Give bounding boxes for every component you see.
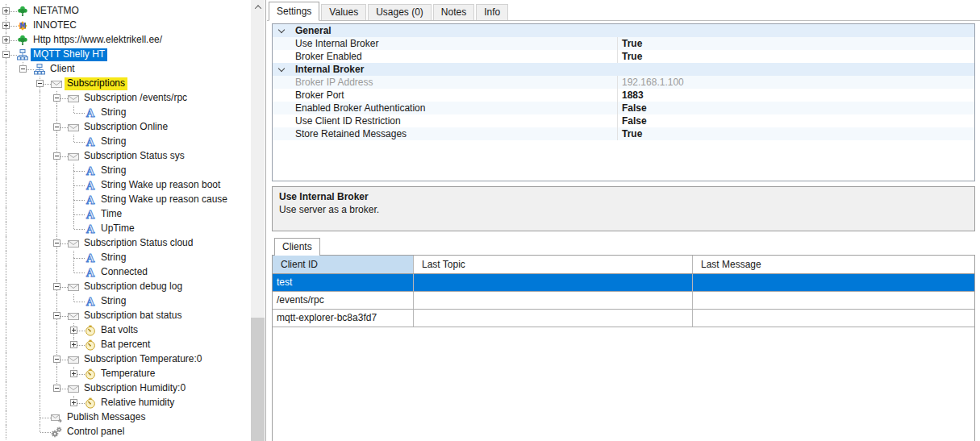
collapse-icon[interactable]	[53, 152, 60, 160]
client-id-cell[interactable]: test	[273, 274, 414, 291]
client-row[interactable]: test	[273, 274, 974, 292]
property-category[interactable]: General	[273, 24, 974, 37]
tree-scrollbar[interactable]	[251, 0, 265, 441]
column-header-last-topic[interactable]: Last Topic	[414, 256, 693, 273]
tab-notes[interactable]: Notes	[433, 4, 474, 20]
tree-node[interactable]: NETATMO	[0, 4, 251, 19]
client-id-cell[interactable]: /events/rpc	[273, 292, 414, 309]
collapse-icon[interactable]	[2, 51, 10, 58]
tree-node-label[interactable]: UpTime	[98, 223, 137, 235]
collapse-icon[interactable]	[53, 94, 60, 102]
tree-node[interactable]: Temperature	[0, 367, 251, 381]
tree-node[interactable]: AString Wake up reason cause	[0, 193, 251, 207]
tab-clients[interactable]: Clients	[274, 238, 320, 256]
tree-node[interactable]: Subscription Humidity:0	[0, 381, 251, 396]
property-value[interactable]: True	[618, 37, 974, 50]
tree-node-label[interactable]: Connected	[98, 266, 150, 279]
tree-node-label[interactable]: Client	[48, 63, 77, 76]
property-row[interactable]: Broker EnabledTrue	[273, 50, 974, 63]
tree-node-label[interactable]: String	[98, 252, 128, 264]
last-message-cell[interactable]	[693, 274, 974, 291]
tree-node[interactable]: AString	[0, 164, 251, 178]
tree-node-label[interactable]: INNOTEC	[31, 19, 79, 32]
tree-node-label[interactable]: Subscription Humidity:0	[81, 382, 188, 395]
property-row[interactable]: Use Internal BrokerTrue	[273, 37, 974, 50]
tree-node[interactable]: Subscription bat status	[0, 309, 251, 323]
tree-node[interactable]: Bat volts	[0, 323, 251, 338]
tree-node[interactable]: AString	[0, 106, 251, 120]
collapse-icon[interactable]	[53, 312, 60, 319]
property-value[interactable]: False	[618, 114, 974, 127]
tree-node-label[interactable]: String	[98, 295, 128, 308]
tree-node[interactable]: Publish Messages	[0, 410, 251, 425]
chevron-down-icon[interactable]	[278, 27, 285, 33]
tree-node-label[interactable]: Subscription Temperature:0	[81, 353, 205, 366]
tree-node[interactable]: ATime	[0, 207, 251, 222]
tree-node[interactable]: Control panel	[0, 425, 251, 439]
tree-node[interactable]: AString	[0, 135, 251, 149]
last-message-cell[interactable]	[693, 310, 974, 327]
tree-node-label[interactable]: Temperature	[98, 368, 157, 381]
tree-node[interactable]: Subscriptions	[0, 77, 251, 91]
tree-node-label[interactable]: String	[98, 135, 128, 148]
expand-icon[interactable]	[70, 370, 77, 377]
property-row[interactable]: Broker Port1883	[273, 89, 974, 102]
collapse-icon[interactable]	[53, 123, 60, 131]
tree-node-label[interactable]: MQTT Shelly HT	[31, 48, 107, 61]
last-topic-cell[interactable]	[414, 310, 693, 327]
property-row[interactable]: Use Client ID RestrictionFalse	[273, 114, 974, 127]
property-row[interactable]: Store Retained MessagesTrue	[273, 127, 974, 140]
tree-node-label[interactable]: Subscription Online	[81, 121, 170, 134]
expand-icon[interactable]	[2, 7, 10, 15]
collapse-icon[interactable]	[36, 80, 44, 87]
last-topic-cell[interactable]	[414, 292, 693, 309]
property-row[interactable]: Broker IP Address192.168.1.100	[273, 76, 974, 89]
client-row[interactable]: /events/rpc	[273, 292, 974, 310]
scroll-up-button[interactable]	[251, 0, 265, 14]
tree-node-label[interactable]: String Wake up reason cause	[98, 193, 230, 206]
chevron-down-icon[interactable]	[278, 65, 285, 72]
tree-node-label[interactable]: String	[98, 106, 128, 119]
property-category[interactable]: Internal Broker	[273, 63, 974, 76]
tree-node[interactable]: Subscription Online	[0, 120, 251, 135]
tree-node[interactable]: AUpTime	[0, 222, 251, 236]
tree-node-label[interactable]: Subscription /events/rpc	[81, 92, 190, 105]
tree-node[interactable]: AString	[0, 251, 251, 265]
tree-node[interactable]: MQTT Shelly HT	[0, 48, 251, 62]
last-topic-cell[interactable]	[414, 274, 693, 291]
tree-node-label[interactable]: Bat volts	[98, 324, 140, 337]
tree-node-label[interactable]: Subscription debug log	[81, 281, 185, 293]
tree-node-label[interactable]: Subscription Status sys	[81, 150, 187, 163]
client-row[interactable]: mqtt-explorer-bc8a3fd7	[273, 310, 974, 327]
expand-icon[interactable]	[70, 327, 77, 334]
tab-values[interactable]: Values	[321, 4, 366, 20]
expand-icon[interactable]	[70, 341, 77, 348]
expand-icon[interactable]	[70, 399, 77, 406]
column-header-client-id[interactable]: Client ID	[273, 256, 414, 273]
property-value[interactable]: 1883	[618, 89, 974, 102]
tree-node-label[interactable]: Control panel	[65, 426, 127, 439]
tree-node[interactable]: MINNOTEC	[0, 19, 251, 33]
client-id-cell[interactable]: mqtt-explorer-bc8a3fd7	[273, 310, 414, 327]
expand-icon[interactable]	[2, 22, 10, 29]
tree-node-label[interactable]: Subscription Status cloud	[81, 237, 195, 250]
tree-node-label[interactable]: String	[98, 164, 128, 177]
tree-node-label[interactable]: NETATMO	[31, 5, 81, 18]
tree-node-label[interactable]: Publish Messages	[65, 411, 148, 424]
collapse-icon[interactable]	[53, 239, 60, 247]
tab-info[interactable]: Info	[476, 4, 508, 20]
tree-node[interactable]: Relative humidity	[0, 396, 251, 410]
property-row[interactable]: Enabled Broker AuthenticationFalse	[273, 102, 974, 114]
collapse-icon[interactable]	[53, 356, 60, 363]
collapse-icon[interactable]	[19, 65, 27, 73]
tree-node[interactable]: Subscription Status cloud	[0, 236, 251, 251]
tree-node[interactable]: Subscription Status sys	[0, 149, 251, 164]
tree-node-label[interactable]: String Wake up reason boot	[98, 179, 223, 192]
tree-node[interactable]: Http https://www.elektrikell.ee/	[0, 33, 251, 48]
property-value[interactable]: True	[618, 127, 974, 140]
tab-settings[interactable]: Settings	[269, 2, 319, 21]
last-message-cell[interactable]	[693, 292, 974, 309]
tab-usages-0[interactable]: Usages (0)	[368, 4, 432, 20]
property-value[interactable]: True	[618, 50, 974, 63]
tree-node[interactable]: Subscription debug log	[0, 280, 251, 294]
